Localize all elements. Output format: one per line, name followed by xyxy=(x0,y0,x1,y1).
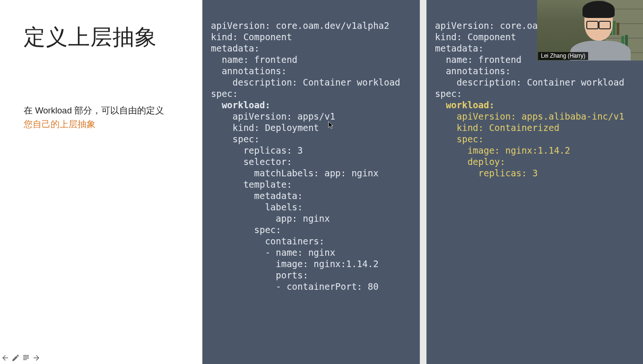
prev-slide-button[interactable] xyxy=(1,354,9,362)
code-line: - name: nginx xyxy=(211,247,335,258)
code-line: metadata: xyxy=(211,43,260,53)
code-line: spec: xyxy=(211,134,260,144)
webcam-overlay: Lei Zhang (Harry) xyxy=(537,0,643,61)
code-line: matchLabels: app: nginx xyxy=(211,168,379,178)
code-line: labels: xyxy=(211,202,303,212)
code-line: replicas: 3 xyxy=(211,145,303,156)
presenter-name-tag: Lei Zhang (Harry) xyxy=(538,52,588,60)
code-line: apiVersion: core.oam.dev/v1alpha2 xyxy=(211,20,390,31)
subtitle-line-1: 在 Workload 部分，可以自由的定义 xyxy=(24,105,164,115)
code-line: replicas: 3 xyxy=(435,168,538,178)
code-line: spec: xyxy=(211,88,238,99)
slide-title: 定义上层抽象 xyxy=(24,23,185,52)
next-slide-button[interactable] xyxy=(32,354,41,362)
edit-slide-button[interactable] xyxy=(11,354,20,362)
pencil-icon xyxy=(11,354,20,362)
code-line: kind: Containerized xyxy=(435,122,559,133)
code-line: name: frontend xyxy=(435,54,521,65)
arrow-right-icon xyxy=(32,354,41,362)
code-line: deploy: xyxy=(435,156,505,167)
code-line: description: Container workload xyxy=(435,77,624,87)
code-line: metadata: xyxy=(211,191,303,201)
notes-icon xyxy=(22,354,30,362)
code-line: selector: xyxy=(211,156,292,167)
slide-subtitle: 在 Workload 部分，可以自由的定义 您自己的上层抽象 xyxy=(24,104,185,131)
code-line: name: frontend xyxy=(211,54,297,65)
code-line: spec: xyxy=(435,88,462,99)
code-panel-left: apiVersion: core.oam.dev/v1alpha2 kind: … xyxy=(202,0,420,364)
code-line: kind: Deployment xyxy=(211,122,319,133)
subtitle-highlight: 您自己的上层抽象 xyxy=(24,119,96,129)
code-line: annotations: xyxy=(211,66,287,76)
code-line: - containerPort: 80 xyxy=(211,281,379,292)
code-line: containers: xyxy=(211,236,324,246)
code-line: annotations: xyxy=(435,66,511,76)
code-line: image: nginx:1.14.2 xyxy=(435,145,570,156)
code-line: description: Container workload xyxy=(211,77,400,87)
code-line: metadata: xyxy=(435,43,484,53)
presenter-hair xyxy=(582,1,615,18)
code-line-workload: workload: xyxy=(211,100,270,110)
code-line: apiVersion: apps/v1 xyxy=(211,111,335,121)
slide-toolbar xyxy=(1,354,41,362)
code-line: image: nginx:1.14.2 xyxy=(211,259,379,269)
notes-button[interactable] xyxy=(22,354,30,362)
left-panel: 定义上层抽象 在 Workload 部分，可以自由的定义 您自己的上层抽象 xyxy=(0,0,202,364)
code-line: apiVersion: apps.alibaba-inc/v1 xyxy=(435,111,624,121)
code-line: kind: Component xyxy=(211,32,292,42)
code-line: spec: xyxy=(211,225,281,235)
code-line: spec: xyxy=(435,134,484,144)
code-line: kind: Component xyxy=(435,32,516,42)
glasses-icon xyxy=(586,21,611,28)
code-line: template: xyxy=(211,179,292,190)
code-line: ports: xyxy=(211,270,308,280)
code-line: app: nginx xyxy=(211,213,330,224)
code-line-workload: workload: xyxy=(435,100,495,110)
arrow-left-icon xyxy=(1,354,9,362)
